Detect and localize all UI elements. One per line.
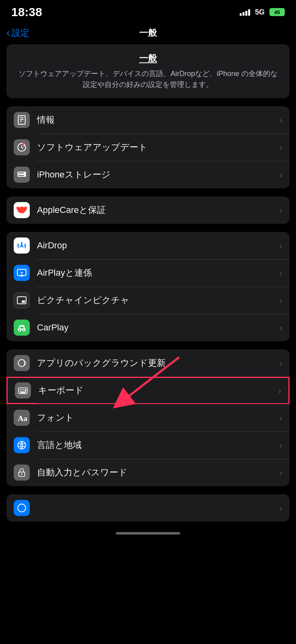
status-icons: 5G 45 <box>240 8 285 17</box>
bg-refresh-icon <box>14 355 30 371</box>
settings-item-airdrop[interactable]: AirDrop › <box>6 232 290 259</box>
autofill-icon <box>14 464 30 481</box>
settings-group-1: 情報 › ! ソフトウェアアップデート › <box>6 106 290 188</box>
network-label: 5G <box>255 8 265 17</box>
fonts-label: フォント <box>37 412 276 424</box>
storage-chevron: › <box>280 170 282 180</box>
svg-rect-19 <box>18 388 27 394</box>
nav-bar: ‹ 設定 一般 <box>0 22 296 44</box>
home-bar <box>116 532 180 535</box>
settings-item-carplay[interactable]: CarPlay › <box>6 314 290 341</box>
software-update-icon: ! <box>14 139 30 155</box>
section-desc-text: ソフトウェアアップデート、デバイスの言語、AirDropなど、iPhone の全… <box>15 68 281 90</box>
applecare-chevron: › <box>280 206 282 215</box>
settings-item-applecare[interactable]: AppleCareと保証 › <box>6 196 290 224</box>
extra-chevron: › <box>280 504 282 513</box>
keyboard-chevron: › <box>278 386 281 395</box>
airplay-label: AirPlayと連係 <box>37 267 276 279</box>
carplay-label: CarPlay <box>37 322 276 333</box>
svg-point-34 <box>21 474 22 475</box>
section-title: 一般 <box>15 52 281 64</box>
svg-rect-33 <box>18 472 25 477</box>
language-chevron: › <box>280 441 282 450</box>
settings-item-software-update[interactable]: ! ソフトウェアアップデート › <box>6 134 290 161</box>
airdrop-label: AirDrop <box>37 240 276 251</box>
settings-item-fonts[interactable]: Aa フォント › <box>6 404 290 431</box>
settings-item-extra[interactable]: › <box>6 494 290 522</box>
svg-point-12 <box>21 242 23 244</box>
settings-item-language[interactable]: 言語と地域 › <box>6 431 290 459</box>
airdrop-icon <box>14 237 30 254</box>
storage-icon <box>14 167 30 183</box>
bg-refresh-label: アプリのバックグラウンド更新 <box>37 357 276 369</box>
svg-rect-15 <box>22 300 25 303</box>
airdrop-chevron: › <box>280 241 282 250</box>
extra-icon <box>14 500 30 516</box>
content-area: 一般 ソフトウェアアップデート、デバイスの言語、AirDropなど、iPhone… <box>0 44 296 522</box>
svg-point-17 <box>23 329 25 331</box>
settings-item-bg-refresh[interactable]: アプリのバックグラウンド更新 › <box>6 349 290 377</box>
carplay-icon <box>14 320 30 336</box>
carplay-chevron: › <box>280 323 282 332</box>
settings-item-info[interactable]: 情報 › <box>6 106 290 134</box>
status-time: 18:38 <box>11 5 42 19</box>
back-button[interactable]: ‹ 設定 <box>6 27 29 39</box>
svg-point-9 <box>25 173 25 173</box>
back-label: 設定 <box>12 27 29 39</box>
info-label: 情報 <box>37 114 276 126</box>
settings-item-autofill[interactable]: 自動入力とパスワード › <box>6 459 290 486</box>
autofill-label: 自動入力とパスワード <box>37 466 276 479</box>
applecare-label: AppleCareと保証 <box>37 204 276 216</box>
bg-refresh-chevron: › <box>280 359 282 368</box>
applecare-icon <box>14 202 30 218</box>
keyboard-icon <box>15 382 31 398</box>
nav-title: 一般 <box>139 27 157 39</box>
airplay-chevron: › <box>280 268 282 278</box>
language-label: 言語と地域 <box>37 439 276 451</box>
signal-icon <box>240 8 250 16</box>
autofill-chevron: › <box>280 468 282 477</box>
settings-group-5: › <box>6 494 290 522</box>
pip-icon <box>14 292 30 308</box>
svg-point-30 <box>18 441 26 449</box>
svg-text:!: ! <box>24 144 25 147</box>
svg-text:Aa: Aa <box>18 414 27 423</box>
settings-item-keyboard[interactable]: キーボード › <box>6 377 290 404</box>
status-bar: 18:38 5G 45 <box>0 0 296 22</box>
airplay-icon <box>14 265 30 281</box>
section-description: 一般 ソフトウェアアップデート、デバイスの言語、AirDropなど、iPhone… <box>6 44 290 98</box>
software-update-label: ソフトウェアアップデート <box>37 141 276 153</box>
pip-label: ピクチャインピクチャ <box>37 294 276 306</box>
back-chevron-icon: ‹ <box>6 27 10 38</box>
svg-rect-0 <box>18 116 25 124</box>
language-icon <box>14 437 30 453</box>
svg-point-37 <box>18 504 26 512</box>
home-indicator <box>0 526 296 538</box>
annotation-arrow <box>6 349 290 486</box>
settings-item-storage[interactable]: iPhoneストレージ › <box>6 161 290 188</box>
info-chevron: › <box>280 116 282 125</box>
settings-group-3: AirDrop › AirPlayと連係 › ピクチャ <box>6 232 290 341</box>
battery-level: 45 <box>274 9 280 15</box>
storage-label: iPhoneストレージ <box>37 169 276 181</box>
info-icon <box>14 112 30 128</box>
svg-point-16 <box>18 329 21 331</box>
settings-group-4: アプリのバックグラウンド更新 › <box>6 349 290 486</box>
settings-item-pip[interactable]: ピクチャインピクチャ › <box>6 287 290 314</box>
svg-point-10 <box>25 175 25 176</box>
settings-item-airplay[interactable]: AirPlayと連係 › <box>6 259 290 287</box>
keyboard-label: キーボード <box>38 384 275 396</box>
fonts-chevron: › <box>280 413 282 423</box>
annotated-group: アプリのバックグラウンド更新 › <box>6 349 290 486</box>
settings-group-2: AppleCareと保証 › <box>6 196 290 224</box>
svg-line-36 <box>121 357 179 402</box>
software-update-chevron: › <box>280 143 282 152</box>
battery-icon: 45 <box>269 8 285 16</box>
fonts-icon: Aa <box>14 410 30 426</box>
pip-chevron: › <box>280 296 282 305</box>
